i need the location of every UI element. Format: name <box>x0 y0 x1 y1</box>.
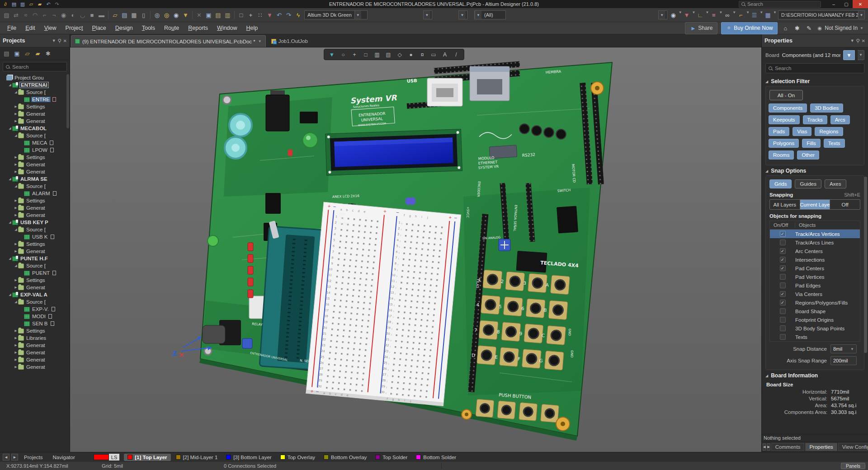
tree-item-lpow[interactable]: LPOW <box>0 146 70 154</box>
expand-icon[interactable]: ▶ <box>14 336 18 340</box>
tree-item-libraries[interactable]: ▶Libraries <box>0 334 70 342</box>
expand-icon[interactable]: ▶ <box>14 105 18 108</box>
step-fill-tool-icon[interactable]: ▬ <box>97 10 106 20</box>
grid-icon[interactable]: ▦ <box>763 10 773 20</box>
tree-item-exp-v-[interactable]: EXP-V. <box>0 306 70 313</box>
chevron-down-icon[interactable]: ▼ <box>732 10 736 20</box>
lasso-select-icon[interactable]: ○ <box>338 50 349 59</box>
snap-object-row[interactable]: ✓Arc Centers <box>770 247 860 255</box>
corner-tool-icon[interactable]: ⌐ <box>40 10 49 20</box>
filter-fills[interactable]: Fills <box>802 139 820 148</box>
filter-scope-select[interactable]: ▼ (All) <box>474 10 506 19</box>
filter-funnel-button[interactable]: ▼ <box>843 50 855 60</box>
checkbox-checked[interactable]: ✓ <box>780 257 786 263</box>
global-search-input[interactable]: Search <box>739 1 821 8</box>
checkbox-checked[interactable]: ✓ <box>780 300 786 306</box>
tree-item-mecabol[interactable]: ◢MECABOL <box>0 125 70 132</box>
save-icon[interactable]: ▤ <box>10 0 18 8</box>
tree-item-usb-key-p[interactable]: ◢USB KEY P <box>0 219 70 226</box>
tree-item-usb-k[interactable]: USB K <box>0 233 70 240</box>
filter-arcs[interactable]: Arcs <box>830 115 850 124</box>
collapse-icon[interactable]: ◢ <box>14 264 18 268</box>
filter-texts[interactable]: Texts <box>824 139 845 148</box>
pcb-3d-viewport[interactable]: ▼○+□▥▧◇●¤▭A/ <box>70 47 761 452</box>
filter-other[interactable]: Other <box>797 150 819 160</box>
chevron-down-icon[interactable]: ▼ <box>692 10 696 20</box>
filter-vias[interactable]: Vias <box>793 127 811 136</box>
filter-components[interactable]: Components <box>769 103 807 113</box>
recent-path-select[interactable]: D:\ESCRITORIO HUANANZY FEB 20 ▼ <box>778 10 865 19</box>
panel-tab-properties[interactable]: Properties <box>805 443 837 451</box>
route-tool-icon[interactable]: ⇄ <box>11 10 21 20</box>
checkbox-checked[interactable]: ✓ <box>780 265 786 271</box>
snapping-all-layers[interactable]: All Layers <box>770 200 800 209</box>
menu-edit[interactable]: Edit <box>21 23 40 33</box>
snap-mode-axes[interactable]: Axes <box>825 179 846 188</box>
snapping-current-laye[interactable]: Current Laye <box>800 200 830 209</box>
snap-object-row[interactable]: ✓Pad Centers <box>770 264 860 273</box>
tree-item-source-[interactable]: ◢Source [ <box>0 89 70 96</box>
tab-outjob[interactable]: Job1.OutJob <box>268 35 311 47</box>
snap-object-row[interactable]: Footprint Origins <box>770 315 860 324</box>
tree-item-generat[interactable]: ▶Generat <box>0 349 70 356</box>
panel-tab-view-config[interactable]: View Config <box>838 443 868 451</box>
checkbox-checked[interactable]: ✓ <box>780 248 786 254</box>
move-icon[interactable]: + <box>349 50 360 59</box>
variant-select[interactable]: ▼ <box>423 10 432 19</box>
layer-tab--2-mid-layer-1[interactable]: [2] Mid-Layer 1 <box>172 454 222 461</box>
selection-filter-icon[interactable]: ▼ <box>326 50 337 59</box>
tree-item-settings[interactable]: ▶Settings <box>0 240 70 248</box>
expand-icon[interactable]: ▶ <box>14 365 18 369</box>
menu-tools[interactable]: Tools <box>137 23 160 33</box>
filter-polygons[interactable]: Polygons <box>769 139 799 148</box>
column-select-icon[interactable]: ▥ <box>372 50 382 59</box>
scope-value[interactable]: Components (and 12 more) <box>782 52 840 58</box>
menu-place[interactable]: Place <box>88 23 111 33</box>
track-tool-icon[interactable]: ≈ <box>21 10 30 20</box>
snap-object-row[interactable]: ✓Intersections <box>770 255 860 264</box>
filter-regions[interactable]: Regions <box>815 127 843 136</box>
paste-icon[interactable]: ▤ <box>213 10 223 20</box>
snap-options-section-header[interactable]: ◢ Snap Options <box>762 165 868 175</box>
collapse-icon[interactable]: ◢ <box>14 228 18 231</box>
chevron-down-icon[interactable]: ▼ <box>773 10 777 20</box>
expand-icon[interactable]: ▶ <box>14 351 18 354</box>
chevron-down-icon[interactable]: ▼ <box>719 10 722 20</box>
snap-distance-select[interactable]: 8mil ▼ <box>830 344 857 353</box>
collapse-icon[interactable]: ◢ <box>8 293 12 296</box>
origin-marker-icon[interactable]: ¤ <box>417 50 428 59</box>
collapse-icon[interactable]: ◢ <box>8 83 12 87</box>
collapse-icon[interactable]: ◢ <box>8 257 12 260</box>
tree-item-generat[interactable]: ▶Generat <box>0 161 70 168</box>
tree-item-generat[interactable]: ▶Generat <box>0 363 70 371</box>
arc-tool-icon[interactable]: ◠ <box>30 10 40 20</box>
print-preview-icon[interactable]: ▯ <box>139 10 148 20</box>
mask-level-select[interactable]: ▼ <box>458 10 467 19</box>
snap-object-row[interactable]: ✓Via Centers <box>770 290 860 298</box>
bottom-tab-navigator[interactable]: Navigator <box>49 454 79 461</box>
snap-mode-guides[interactable]: Guides <box>795 179 821 188</box>
checkbox-unchecked[interactable] <box>780 274 786 280</box>
expand-icon[interactable]: ▶ <box>14 112 18 116</box>
tree-item-source-[interactable]: ◢Source [ <box>0 132 70 139</box>
pin-tool-icon[interactable]: ◐ <box>68 10 78 20</box>
bottom-tab-projects[interactable]: Projects <box>20 454 47 461</box>
open-icon[interactable]: ▱ <box>28 0 35 8</box>
tree-item-settings[interactable]: ▶Settings <box>0 103 70 110</box>
tree-item-generat[interactable]: ▶Generat <box>0 356 70 363</box>
tree-item-alrma-se[interactable]: ◢ALRMA SE <box>0 175 70 183</box>
pin-icon[interactable]: ⚲ <box>58 38 61 44</box>
snap-object-row[interactable]: ✓Regions/Polygons/Fills <box>770 298 860 307</box>
collapse-icon[interactable]: ◢ <box>14 90 18 94</box>
cut-icon[interactable]: ✕ <box>194 10 204 20</box>
tree-item-exp-val-a[interactable]: ◢EXP-VAL A <box>0 291 70 298</box>
undo-icon[interactable]: ↶ <box>45 0 52 8</box>
panel-search-folder-icon[interactable]: ▱ <box>23 49 32 58</box>
tree-item-generat[interactable]: ▶Generat <box>0 342 70 349</box>
tree-item-sen-b[interactable]: SEN B <box>0 320 70 327</box>
expand-icon[interactable]: ▶ <box>14 343 18 347</box>
minimize-button[interactable]: – <box>827 0 840 8</box>
tree-scrollbar[interactable] <box>66 74 69 128</box>
pattern-icon[interactable]: ▧ <box>383 50 394 59</box>
tree-item-generat[interactable]: ▶Generat <box>0 204 70 212</box>
